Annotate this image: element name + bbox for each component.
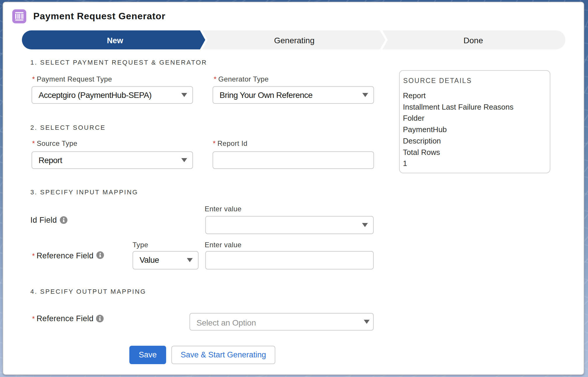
svg-text:New: New <box>107 36 123 45</box>
svg-text:Generating: Generating <box>274 36 315 45</box>
svg-text:Done: Done <box>464 36 483 45</box>
